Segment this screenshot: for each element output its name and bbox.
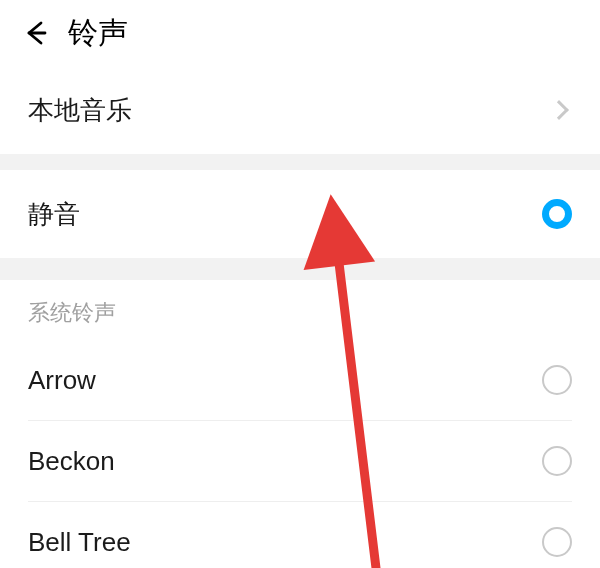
radio-selected-icon	[542, 199, 572, 229]
ringtone-label: Bell Tree	[28, 527, 131, 558]
system-ringtones-header: 系统铃声	[0, 280, 600, 340]
back-button[interactable]	[20, 18, 50, 48]
silent-row[interactable]: 静音	[0, 170, 600, 258]
ringtone-item[interactable]: Bell Tree	[0, 502, 600, 568]
ringtone-label: Beckon	[28, 446, 115, 477]
radio-unselected-icon	[542, 527, 572, 557]
system-ringtones-section: 系统铃声 Arrow Beckon Bell Tree	[0, 280, 600, 568]
radio-unselected-icon	[542, 365, 572, 395]
local-music-section: 本地音乐	[0, 66, 600, 154]
silent-section: 静音	[0, 170, 600, 258]
ringtone-item[interactable]: Beckon	[0, 421, 600, 501]
divider-gap	[0, 258, 600, 280]
ringtone-label: Arrow	[28, 365, 96, 396]
page-title: 铃声	[68, 13, 128, 54]
chevron-right-icon	[549, 100, 569, 120]
local-music-label: 本地音乐	[28, 93, 132, 128]
back-arrow-icon	[21, 19, 49, 47]
silent-label: 静音	[28, 197, 80, 232]
page-header: 铃声	[0, 0, 600, 66]
radio-unselected-icon	[542, 446, 572, 476]
local-music-row[interactable]: 本地音乐	[0, 66, 600, 154]
divider-gap	[0, 154, 600, 170]
ringtone-item[interactable]: Arrow	[0, 340, 600, 420]
